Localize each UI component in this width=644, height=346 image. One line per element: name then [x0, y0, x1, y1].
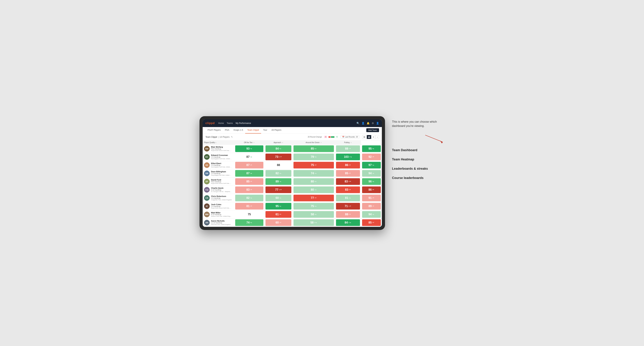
metric-box: 833▼ [235, 186, 264, 193]
metric-putting: 959▲ [361, 145, 382, 153]
player-club: St. George's Hill GC - Weybridge - Surre… [211, 191, 232, 192]
metric-around-green: 814▲ [335, 194, 361, 202]
metric-change: 3▼ [250, 189, 252, 190]
metric-box: 803▲ [294, 178, 334, 185]
metric-change: 4▲ [314, 213, 316, 215]
metric-box: 8310▼ [336, 178, 360, 185]
metric-value: 96 [368, 180, 372, 183]
avatar: MM [204, 212, 210, 217]
metric-box: 871▲ [235, 154, 264, 160]
edit-icon[interactable]: ✎ [231, 136, 233, 138]
table-row[interactable]: MMMatt Miller6-10 HandicapWoburn Golf Cl… [203, 210, 382, 218]
metric-box: 866▼ [336, 162, 360, 169]
search-icon[interactable]: 🔍 [356, 122, 360, 125]
metric-change: 1▲ [250, 156, 252, 158]
col-putting: Putting → [335, 141, 361, 145]
last-rounds-value: 20 [356, 136, 358, 138]
player-name: Chris Robertson [211, 195, 232, 197]
nav-link-my-performance[interactable]: My Performance [236, 121, 251, 125]
table-row[interactable]: CQCharlie Quick6-10 HandicapSt. George's… [203, 185, 382, 194]
sub-nav-tour[interactable]: Tour [261, 127, 269, 134]
profile-icon[interactable]: 👤 [362, 122, 364, 125]
player-cell: JCJosh Coles1-5 HandicapRoyal North Devo… [203, 202, 234, 210]
sub-nav-pga[interactable]: PGA [223, 127, 231, 134]
table-row[interactable]: DBDave Billingham1-5 HandicapGog Magog G… [203, 169, 382, 177]
metric-value: 92 [368, 155, 372, 159]
sub-nav-pgat[interactable]: PGAT Players [206, 127, 223, 134]
data-table: Player Quality ↕ Off the Tee → Approach … [203, 141, 382, 227]
player-club: Woburn Golf Club, United Kingdom [211, 215, 232, 217]
table-row[interactable]: CRChris Robertson1-5 HandicapCraigmillar… [203, 194, 382, 202]
settings-icon[interactable]: ⚙ [372, 122, 374, 125]
player-handicap: 11-15 Handicap [211, 222, 231, 224]
metric-change: 4▲ [250, 148, 252, 149]
metric-approach: 584▲ [292, 210, 335, 218]
player-name: Elliot Ebert [211, 162, 232, 165]
table-row[interactable]: BMBlair McHargPlus HandicapRoyal North D… [203, 145, 382, 153]
metric-value: 87 [246, 164, 250, 167]
nav-link-home[interactable]: Home [218, 121, 224, 125]
metric-box: 975▲ [362, 162, 381, 169]
metric-change: 2▼ [372, 205, 374, 207]
metric-quality: 813▼ [234, 202, 264, 210]
player-info: Aaron Nicholls11-15 HandicapDrift Golf C… [211, 220, 231, 225]
metric-box: 7714▼ [266, 186, 292, 193]
avatar: EC [204, 154, 210, 160]
view-grid-btn[interactable]: ⊞ [362, 135, 366, 139]
sub-nav-links: PGAT Players PGA Hcaps 1-5 Team Clippd T… [206, 127, 366, 134]
bell-icon[interactable]: 🔔 [366, 122, 370, 125]
view-more-btn[interactable]: ↓ [376, 135, 379, 139]
view-heatmap-btn[interactable]: ▦ [367, 135, 371, 139]
metric-quality: 873▼ [234, 161, 264, 169]
metric-value: 85 [311, 147, 314, 150]
tablet-frame: clippd Home Teams My Performance 🔍 👤 🔔 ⚙… [200, 116, 385, 230]
player-name: Matt Miller [211, 212, 232, 214]
last-rounds-icon: 📅 [342, 136, 344, 138]
metric-off-tee: 613▼ [264, 210, 292, 218]
metric-value: 80 [311, 180, 314, 183]
metric-change: 3▼ [372, 197, 374, 199]
annotation-item: Leaderboards & streaks [392, 165, 444, 173]
avatar: DF [204, 179, 210, 184]
table-row[interactable]: JCJosh Coles1-5 HandicapRoyal North Devo… [203, 202, 382, 210]
sub-nav-all-players[interactable]: All Players [269, 127, 284, 134]
nav-link-teams[interactable]: Teams [226, 121, 233, 125]
metric-quality: 75 [234, 210, 264, 218]
metric-putting: 913▼ [361, 194, 382, 202]
metric-value: 60 [276, 221, 279, 224]
avatar: CQ [204, 187, 210, 192]
metric-around-green: 7111▼ [335, 202, 361, 210]
player-handicap: 1-5 Handicap [211, 205, 232, 207]
metric-box: 853▼ [235, 178, 264, 185]
view-buttons: ⊞ ▦ ≡ ↓ [362, 135, 379, 139]
metric-change: 10▲ [314, 222, 317, 223]
player-club: Royal North Devon Golf Club, United King… [211, 150, 232, 151]
metric-change: 3▼ [250, 205, 252, 207]
round-change-neg: -5 [324, 136, 327, 138]
table-row[interactable]: ECEdward Crossman1-5 HandicapSunningdale… [203, 153, 382, 161]
metric-putting: 854▼ [361, 218, 382, 227]
user-avatar-icon[interactable]: 👤 [376, 122, 379, 125]
metric-value: 61 [276, 213, 279, 216]
last-rounds-button[interactable]: 📅 Last Rounds: 20 [340, 135, 360, 139]
player-name: Dave Billingham [211, 171, 232, 173]
view-list-btn[interactable]: ≡ [372, 135, 375, 139]
table-container: Player Quality ↕ Off the Tee → Approach … [203, 141, 382, 227]
metric-change: 11▼ [279, 156, 282, 158]
metric-putting: 943▲ [361, 210, 382, 218]
player-name: David Ford [211, 179, 232, 181]
sub-nav-team-clippd[interactable]: Team Clippd [245, 127, 261, 134]
metric-value: 83 [345, 180, 348, 183]
table-row[interactable]: ANAaron Nicholls11-15 HandicapDrift Golf… [203, 218, 382, 227]
metric-around-green: 882▼ [335, 210, 361, 218]
sub-nav-hcaps[interactable]: Hcaps 1-5 [231, 127, 245, 134]
add-team-button[interactable]: Add Team [366, 128, 379, 132]
avatar: AN [204, 220, 210, 225]
table-row[interactable]: EEElliot Ebert1-5 HandicapSunningdale Go… [203, 161, 382, 169]
metric-change: 1▼ [349, 148, 351, 149]
table-row[interactable]: DFDavid FordPlus HandicapRoyal North Dev… [203, 177, 382, 185]
metric-value: 81 [246, 205, 250, 208]
annotation-list: Team DashboardTeam HeatmapLeaderboards &… [392, 146, 444, 182]
metric-change: 8▲ [250, 222, 252, 223]
col-player: Player Quality ↕ [203, 141, 234, 145]
